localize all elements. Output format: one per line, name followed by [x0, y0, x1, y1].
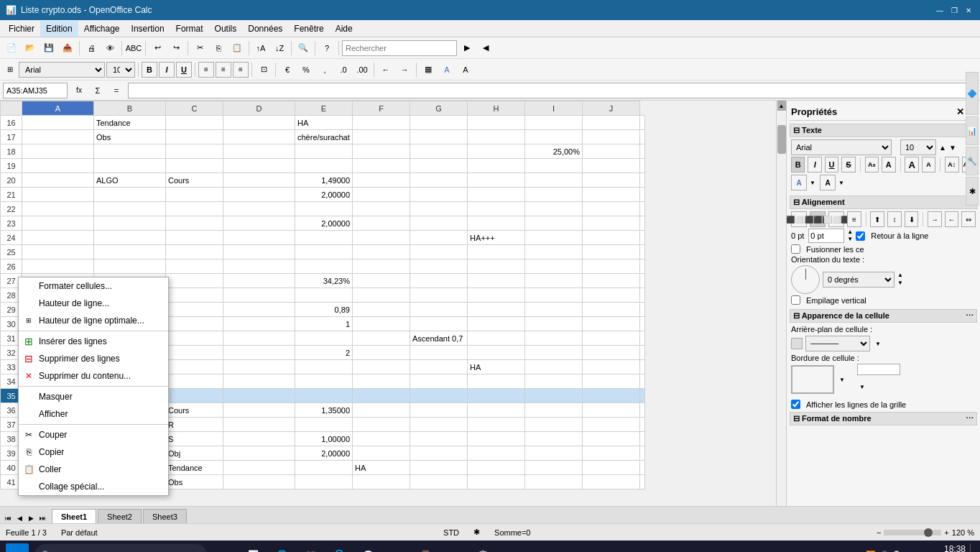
ctx-row-height[interactable]: Hauteur de ligne...: [19, 295, 168, 312]
cell[interactable]: [525, 116, 583, 130]
formula-func-btn[interactable]: fx: [70, 82, 88, 99]
cell[interactable]: [583, 130, 640, 144]
cell[interactable]: Cours: [166, 403, 223, 418]
spell-btn[interactable]: ABC: [125, 40, 142, 57]
cell[interactable]: [410, 231, 468, 245]
cell[interactable]: [166, 188, 223, 202]
cell[interactable]: [468, 389, 525, 403]
cell[interactable]: [583, 245, 640, 259]
side-icon3[interactable]: 🔧: [966, 147, 979, 175]
ctx-show[interactable]: Afficher: [19, 405, 168, 423]
cell[interactable]: [468, 418, 525, 432]
indent-inc-btn[interactable]: →: [396, 61, 413, 78]
cell-appearance-more[interactable]: ⋯: [966, 311, 974, 321]
cell[interactable]: [525, 202, 583, 216]
cell[interactable]: [295, 202, 353, 216]
col-header-I[interactable]: I: [525, 101, 583, 116]
cell[interactable]: 25,00%: [525, 144, 583, 159]
bold-btn[interactable]: B: [142, 62, 157, 78]
cell[interactable]: [468, 403, 525, 418]
cell[interactable]: 1: [295, 317, 353, 331]
cell[interactable]: [353, 403, 410, 418]
preview-btn[interactable]: 👁: [101, 40, 119, 57]
cell[interactable]: [410, 188, 468, 202]
cell[interactable]: [468, 173, 525, 188]
cell[interactable]: [22, 144, 94, 159]
cell[interactable]: [468, 461, 525, 475]
cell[interactable]: [353, 216, 410, 231]
cell[interactable]: [583, 202, 640, 216]
cell[interactable]: [640, 418, 645, 432]
degree-select[interactable]: 0 degrés: [823, 272, 895, 288]
cell[interactable]: [166, 130, 223, 144]
menu-fenetre[interactable]: Fenêtre: [288, 21, 329, 37]
cell[interactable]: [295, 245, 353, 259]
cell[interactable]: [94, 159, 166, 173]
cell[interactable]: [410, 446, 468, 461]
cell[interactable]: [353, 245, 410, 259]
side-icon2[interactable]: 📊: [966, 116, 979, 145]
cell[interactable]: 2,00000: [295, 446, 353, 461]
cell[interactable]: [640, 331, 645, 346]
cell[interactable]: [525, 403, 583, 418]
col-header-B[interactable]: B: [94, 101, 166, 116]
cell[interactable]: [640, 389, 645, 403]
cell[interactable]: [525, 360, 583, 374]
ctx-delete-rows[interactable]: ⊟ Supprimer des lignes: [19, 350, 168, 367]
cell[interactable]: [223, 173, 295, 188]
cell[interactable]: [295, 374, 353, 389]
cell[interactable]: [353, 144, 410, 159]
start-button[interactable]: ⊞: [6, 543, 29, 552]
panel-text-dir-rtl[interactable]: ←: [945, 211, 959, 227]
cell[interactable]: [410, 216, 468, 231]
cell[interactable]: [353, 418, 410, 432]
open-btn[interactable]: 📂: [22, 40, 39, 57]
panel-inc-size-btn[interactable]: A: [905, 157, 918, 172]
cell[interactable]: [468, 216, 525, 231]
cell[interactable]: [166, 274, 223, 288]
cell[interactable]: [583, 116, 640, 130]
panel-font-select[interactable]: Arial: [791, 139, 892, 155]
row-header-24[interactable]: 24: [1, 231, 22, 245]
currency-btn[interactable]: €: [279, 61, 296, 78]
cell[interactable]: [166, 374, 223, 389]
cell[interactable]: [468, 259, 525, 274]
cell[interactable]: [223, 216, 295, 231]
grid-lines-checkbox[interactable]: [791, 400, 800, 409]
cell[interactable]: [410, 418, 468, 432]
cell[interactable]: 2: [295, 346, 353, 360]
row-header-26[interactable]: 26: [1, 259, 22, 274]
formula-equal-btn[interactable]: =: [108, 82, 125, 99]
align-center-btn[interactable]: ≡: [216, 62, 231, 78]
cell[interactable]: [223, 475, 295, 489]
cell[interactable]: [223, 374, 295, 389]
cell[interactable]: [94, 245, 166, 259]
cell[interactable]: Tendance: [94, 116, 166, 130]
cell[interactable]: [410, 288, 468, 303]
cell[interactable]: [468, 202, 525, 216]
cell[interactable]: chère/surachat: [295, 130, 353, 144]
cell[interactable]: [468, 303, 525, 317]
row-header-21[interactable]: 21: [1, 188, 22, 202]
cell[interactable]: [166, 331, 223, 346]
cell[interactable]: [353, 288, 410, 303]
cell[interactable]: [353, 331, 410, 346]
cell[interactable]: [583, 418, 640, 432]
cell[interactable]: [353, 159, 410, 173]
cell[interactable]: [410, 173, 468, 188]
cell[interactable]: [94, 216, 166, 231]
cell[interactable]: 2,00000: [295, 216, 353, 231]
cell[interactable]: [525, 317, 583, 331]
cell[interactable]: [295, 144, 353, 159]
text-section-header[interactable]: ⊟ Texte ⋯: [790, 124, 977, 137]
taskbar-skype-icon[interactable]: S: [328, 543, 351, 552]
cell[interactable]: [525, 446, 583, 461]
comma-btn[interactable]: ,: [316, 61, 333, 78]
col-header-E[interactable]: E: [295, 101, 353, 116]
cell[interactable]: [525, 130, 583, 144]
menu-donnees[interactable]: Données: [242, 21, 288, 37]
cell[interactable]: [468, 274, 525, 288]
cell[interactable]: [468, 144, 525, 159]
cell[interactable]: [410, 374, 468, 389]
cell[interactable]: [525, 274, 583, 288]
